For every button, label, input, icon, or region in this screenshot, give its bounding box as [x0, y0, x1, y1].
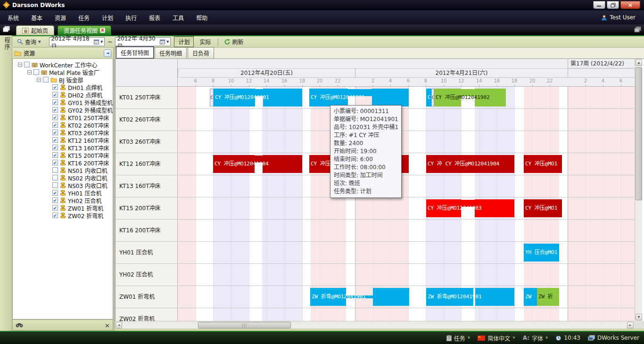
date-from-field[interactable]: 2012年 4月18日 ▼: [49, 37, 105, 46]
tree-checkbox[interactable]: ✔: [52, 197, 58, 203]
task-bar[interactable]: CY 冲压@MO12041901: [214, 89, 302, 106]
status-font[interactable]: A: 字体 ▼: [523, 334, 548, 342]
task-bar[interactable]: CY 冲压@MO1: [524, 199, 562, 217]
tree-checkbox[interactable]: ✔: [52, 213, 58, 218]
tree-checkbox[interactable]: ✔: [52, 145, 58, 150]
tree-node-workcenter[interactable]: −WorkCenter 工作中心: [13, 61, 113, 68]
tree-node-machine[interactable]: ✔DH01 点焊机: [13, 83, 113, 91]
tree-node-machine[interactable]: ✔KT03 260T冲床: [13, 129, 113, 136]
tree-checkbox[interactable]: ✔: [52, 84, 58, 90]
tree-checkbox[interactable]: ✔: [52, 115, 58, 120]
tree-checkbox[interactable]: [52, 175, 58, 180]
task-bar[interactable]: CY 冲压@MO12041902: [434, 89, 506, 106]
menu-item-8[interactable]: 工具: [173, 14, 184, 22]
menu-item-1[interactable]: 系统: [8, 14, 19, 22]
tree-checkbox[interactable]: [33, 69, 39, 75]
tree-checkbox[interactable]: [24, 62, 30, 67]
tree-checkbox[interactable]: [43, 77, 49, 82]
tree-node-machine[interactable]: ✔ZW02 折弯机: [13, 212, 113, 219]
task-bar[interactable]: ZW 折: [537, 288, 559, 306]
scroll-right-button[interactable]: ►: [627, 322, 634, 328]
scroll-down-button[interactable]: ▼: [636, 314, 642, 320]
tree-node-machine[interactable]: ✔DH02 点焊机: [13, 91, 113, 98]
task-bar[interactable]: CY 冲压@MO12041901: [309, 89, 409, 106]
tree-node-machine[interactable]: ✔KT12 160T冲床: [13, 136, 113, 144]
query-button[interactable]: 查询 ▼: [14, 37, 43, 47]
refresh-button[interactable]: 刷新: [221, 37, 247, 47]
vertical-scroll-thumb[interactable]: [636, 67, 642, 200]
restore-button[interactable]: [607, 1, 619, 9]
tree-node-machine[interactable]: ✔KT15 200T冲床: [13, 151, 113, 159]
task-bar[interactable]: CY 冲压@MO1: [524, 155, 562, 173]
actual-toggle-button[interactable]: 实际: [196, 37, 215, 47]
view-tab-3[interactable]: 日负荷: [188, 47, 214, 58]
view-tab-1[interactable]: 任务甘特图: [116, 47, 154, 58]
tree-node-dept[interactable]: −BJ 钣金部: [13, 76, 113, 83]
chevron-down-icon[interactable]: ▼: [166, 40, 169, 44]
tree-node-machine[interactable]: ✔GY01 外桶成型机: [13, 98, 113, 106]
task-bar[interactable]: ZW 折弯@MO12041901: [310, 288, 409, 306]
task-bar[interactable]: C: [426, 89, 431, 106]
vertical-scrollbar[interactable]: ▲ ▼: [635, 59, 642, 321]
tree-expander[interactable]: −: [27, 70, 32, 74]
tree-node-machine[interactable]: NS01 内收口机: [13, 166, 113, 174]
close-button[interactable]: ×: [620, 1, 640, 9]
menu-item-7[interactable]: 报表: [149, 14, 160, 22]
panels-icon[interactable]: [2, 26, 10, 33]
tree-node-machine[interactable]: ✔KT01 250T冲床: [13, 114, 113, 121]
tree-checkbox[interactable]: ✔: [52, 160, 58, 165]
task-bar[interactable]: ZW 折弯@MO12041901: [426, 288, 514, 306]
tree-checkbox[interactable]: ✔: [52, 92, 58, 98]
tree-checkbox[interactable]: ✔: [52, 137, 58, 143]
plan-toggle-button[interactable]: 计划: [174, 36, 194, 47]
scroll-left-button[interactable]: ◄: [116, 322, 122, 328]
task-bar-stub[interactable]: C: [210, 89, 214, 106]
tree-checkbox[interactable]: ✔: [52, 130, 58, 135]
menu-item-3[interactable]: 资源: [55, 14, 66, 22]
menu-item-4[interactable]: 任务: [78, 14, 90, 22]
task-bar[interactable]: CY 冲 CY 冲压@MO12041904: [426, 155, 514, 173]
tab-close-icon[interactable]: x: [100, 28, 105, 33]
tree-expander[interactable]: −: [18, 63, 22, 67]
tree-checkbox[interactable]: ✔: [52, 152, 58, 158]
tree-node-machine[interactable]: ✔KT02 260T冲床: [13, 121, 113, 129]
tree-node-plant[interactable]: −Metal Plate 钣金厂: [13, 68, 113, 76]
tree-checkbox[interactable]: ✔: [52, 99, 58, 105]
tree-node-machine[interactable]: NS02 内收口机: [13, 174, 113, 181]
tree-checkbox[interactable]: ✔: [52, 190, 58, 196]
collapse-panel-button[interactable]: ◄: [104, 49, 111, 57]
minimize-button[interactable]: [593, 1, 605, 9]
tree-checkbox[interactable]: ✔: [52, 122, 58, 128]
task-bar[interactable]: YH 压合@MO1: [524, 244, 559, 262]
tree-node-machine[interactable]: ✔ZW01 折弯机: [13, 204, 113, 212]
task-bar[interactable]: CY 冲压@MO12041903: [426, 199, 514, 217]
tree-node-machine[interactable]: ✔KT13 160T冲床: [13, 144, 113, 151]
window-layout-icon[interactable]: [634, 26, 641, 33]
tree-node-machine[interactable]: NS03 内收口机: [13, 181, 113, 189]
task-bar[interactable]: CY 冲压@MO12041904: [213, 155, 302, 173]
task-bar[interactable]: ZW: [524, 288, 537, 306]
clear-filter-icon[interactable]: ×: [105, 322, 110, 329]
status-language[interactable]: 简体中文 ▼: [478, 334, 515, 342]
horizontal-scrollbar[interactable]: ◄ ||| ►: [115, 321, 634, 328]
status-task[interactable]: 任务 ▼: [446, 334, 470, 342]
menu-item-9[interactable]: 帮助: [196, 14, 207, 22]
menu-item-6[interactable]: 执行: [125, 14, 137, 22]
view-tab-2[interactable]: 任务明细: [155, 47, 187, 58]
tree-checkbox[interactable]: ✔: [52, 205, 58, 211]
scroll-up-button[interactable]: ▲: [636, 59, 642, 66]
tree-checkbox[interactable]: ✔: [52, 107, 58, 113]
current-user[interactable]: Test User: [601, 14, 644, 21]
binoculars-icon[interactable]: [16, 322, 23, 328]
chevron-down-icon[interactable]: ▼: [38, 40, 41, 44]
tree-node-machine[interactable]: ✔YH01 压合机: [13, 189, 113, 197]
tree-expander[interactable]: −: [37, 78, 41, 82]
horizontal-scroll-thumb[interactable]: |||: [198, 322, 291, 328]
tree-checkbox[interactable]: [52, 167, 58, 173]
tree-checkbox[interactable]: [52, 182, 58, 188]
side-tab-program[interactable]: 程序: [3, 37, 11, 50]
tree-node-machine[interactable]: ✔YH02 压合机: [13, 197, 113, 204]
date-to-field[interactable]: 2012年 4月30日 ▼: [115, 37, 171, 46]
tab-home[interactable]: 起始页: [16, 25, 54, 35]
chevron-down-icon[interactable]: ▼: [100, 40, 103, 44]
